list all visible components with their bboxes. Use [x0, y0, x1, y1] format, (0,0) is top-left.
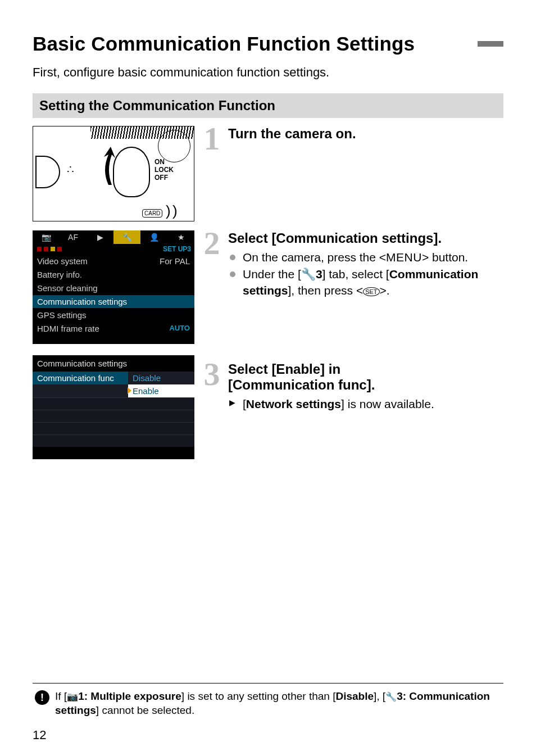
menu-row: Sensor cleaning	[33, 281, 194, 295]
caution-icon: !	[35, 690, 49, 705]
camera-icon: 📷	[67, 691, 78, 703]
tab-setup-icon: 🔧	[113, 230, 140, 244]
menu-row: Battery info.	[33, 268, 194, 281]
menu-button-label: MENU	[386, 251, 422, 264]
label-off: OFF	[155, 174, 174, 182]
label-on: ON	[155, 158, 174, 166]
wrench-icon: 🔧	[301, 268, 316, 280]
title-bar-decoration	[478, 41, 503, 47]
tab-af: AF	[60, 230, 87, 244]
step-3-title: Select [Enable] in[Communication func].	[228, 361, 503, 393]
step-1: ∴ ON LOCK OFF CARD ) ) 1 Turn the camera…	[33, 126, 503, 221]
camera-menu-screenshot-1: 📷 AF ▶ 🔧 👤 ★ SET UP3 Video systemFor PAL…	[33, 230, 194, 344]
menu-row-highlighted: Communication settings	[33, 295, 194, 308]
menu-tab-row: 📷 AF ▶ 🔧 👤 ★	[33, 230, 194, 244]
subtab-label: SET UP3	[163, 245, 194, 253]
step-2: 📷 AF ▶ 🔧 👤 ★ SET UP3 Video systemFor PAL…	[33, 230, 503, 459]
step-1-title: Turn the camera on.	[228, 126, 503, 142]
tab-shoot-icon: 📷	[33, 230, 60, 244]
page-number: 12	[33, 728, 46, 743]
tab-play-icon: ▶	[87, 230, 113, 244]
tab-custom-icon: 👤	[140, 230, 167, 244]
step-number-3: 3	[202, 360, 221, 388]
camera-power-diagram: ∴ ON LOCK OFF CARD ) )	[33, 126, 194, 221]
step-2-illustration: 📷 AF ▶ 🔧 👤 ★ SET UP3 Video systemFor PAL…	[33, 230, 196, 459]
menu-row: Video systemFor PAL	[33, 254, 194, 268]
page-title-text: Basic Communication Function Settings	[33, 33, 415, 55]
footer-note: ! If [📷1: Multiple exposure] is set to a…	[33, 683, 503, 718]
label-lock: LOCK	[155, 166, 174, 174]
step-number-2: 2	[202, 229, 221, 257]
card-slot-label: CARD	[142, 209, 162, 218]
tab-mymenu-icon: ★	[167, 230, 194, 244]
step-2-bullet-2: Under the [🔧3] tab, select [Communicatio…	[228, 266, 503, 298]
step-number-1: 1	[202, 125, 221, 152]
option-row-disable: Communication func Disable	[33, 372, 194, 384]
note-divider	[33, 683, 503, 683]
power-switch-labels: ON LOCK OFF	[155, 158, 174, 182]
power-on-arrow-icon	[101, 146, 126, 189]
step-3-result: [Network settings] is now available.	[228, 396, 503, 412]
wrench-icon: 🔧	[385, 692, 397, 701]
page-title: Basic Communication Function Settings	[33, 33, 503, 55]
submenu-header: Communication settings	[33, 355, 194, 372]
menu-row: HDMI frame rateAUTO	[33, 322, 194, 335]
section-heading: Setting the Communication Function	[33, 93, 503, 118]
step-1-illustration: ∴ ON LOCK OFF CARD ) )	[33, 126, 196, 221]
camera-menu-screenshot-2: Communication settings Communication fun…	[33, 355, 194, 459]
set-button-icon: SET	[363, 287, 379, 296]
note-text: If [📷1: Multiple exposure] is set to any…	[55, 689, 501, 718]
option-row-enable: Enable	[33, 384, 194, 397]
menu-row: GPS settings	[33, 308, 194, 322]
intro-text: First, configure basic communication fun…	[33, 65, 503, 80]
step-2-bullet-1: On the camera, press the <MENU> button.	[228, 250, 503, 265]
step-2-title: Select [Communication settings].	[228, 230, 503, 246]
menu-subtab-row: SET UP3	[33, 244, 194, 254]
